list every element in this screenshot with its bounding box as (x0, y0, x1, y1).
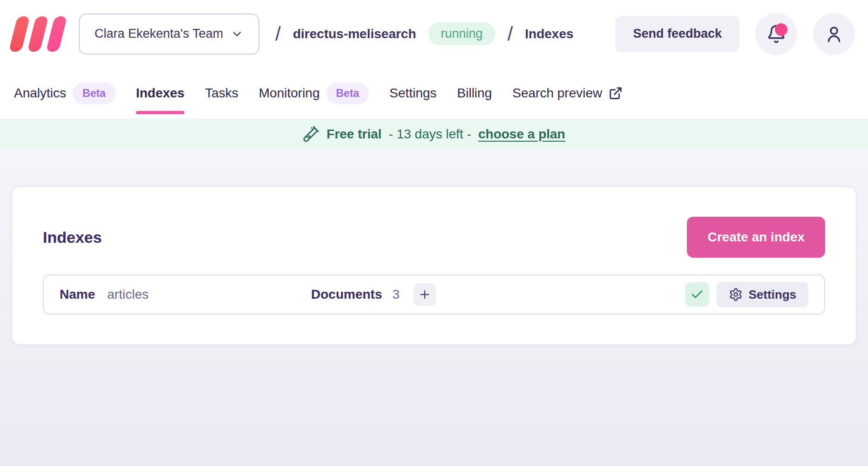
team-selector-dropdown[interactable]: Clara Ekekenta's Team (79, 14, 259, 55)
index-name-value: articles (107, 287, 149, 302)
breadcrumb-separator: / (275, 24, 281, 44)
index-status-badge (685, 282, 709, 307)
breadcrumb-current-page: Indexes (525, 27, 573, 41)
account-button[interactable] (813, 13, 855, 55)
tab-label: Analytics (14, 86, 66, 101)
tab-label: Tasks (205, 86, 238, 101)
user-icon (824, 24, 844, 44)
meilisearch-logo-icon (13, 16, 63, 52)
tab-search-preview[interactable]: Search preview (512, 68, 623, 119)
create-index-button[interactable]: Create an index (687, 217, 825, 258)
external-link-icon (609, 86, 623, 100)
project-nav-tabs: Analytics Beta Indexes Tasks Monitoring … (0, 68, 868, 119)
tab-indexes[interactable]: Indexes (136, 68, 184, 119)
breadcrumb: / directus-melisearch running / Indexes (275, 22, 573, 45)
top-header: Clara Ekekenta's Team / directus-melisea… (0, 0, 868, 68)
send-feedback-button[interactable]: Send feedback (615, 16, 739, 52)
beta-badge: Beta (73, 82, 115, 104)
index-documents-cell: Documents 3 (311, 283, 436, 306)
logo-stripe (46, 16, 68, 52)
gear-icon (729, 288, 743, 302)
tab-settings[interactable]: Settings (389, 68, 436, 119)
tab-tasks[interactable]: Tasks (205, 68, 238, 119)
tab-label: Billing (457, 86, 492, 101)
logo-stripe (9, 16, 30, 52)
notification-dot (775, 23, 787, 36)
chevron-down-icon (231, 27, 244, 41)
indexes-card: Indexes Create an index Name articles Do… (12, 186, 856, 345)
free-trial-banner: Free trial - 13 days left - choose a pla… (0, 119, 868, 149)
settings-button-label: Settings (748, 288, 796, 302)
breadcrumb-separator: / (508, 24, 513, 44)
choose-plan-link[interactable]: choose a plan (478, 127, 565, 142)
breadcrumb-project[interactable]: directus-melisearch (293, 27, 416, 41)
index-row: Name articles Documents 3 (43, 274, 825, 315)
documents-count: 3 (392, 287, 400, 302)
tab-analytics[interactable]: Analytics Beta (14, 68, 115, 119)
indexes-card-header: Indexes Create an index (43, 187, 825, 258)
tab-label: Indexes (136, 86, 184, 101)
tab-billing[interactable]: Billing (457, 68, 492, 119)
page-title: Indexes (43, 228, 102, 247)
index-name-cell: Name articles (60, 287, 311, 302)
plus-icon (418, 288, 431, 301)
beta-badge: Beta (326, 82, 369, 104)
project-status-badge: running (428, 22, 495, 45)
trial-title: Free trial (326, 127, 381, 142)
main-content: Indexes Create an index Name articles Do… (0, 149, 868, 466)
team-selector-label: Clara Ekekenta's Team (95, 27, 223, 41)
trial-days-left: - 13 days left - (389, 127, 471, 142)
check-icon (690, 288, 704, 302)
documents-label: Documents (311, 287, 382, 302)
tab-label: Settings (389, 86, 436, 101)
tab-label: Search preview (512, 86, 602, 101)
tab-monitoring[interactable]: Monitoring Beta (259, 68, 369, 119)
notifications-button[interactable] (755, 13, 797, 55)
index-settings-button[interactable]: Settings (717, 282, 808, 307)
logo-stripe (27, 16, 49, 52)
tab-label: Monitoring (259, 86, 320, 101)
test-tube-icon (303, 126, 319, 143)
index-row-actions: Settings (685, 282, 808, 307)
add-documents-button[interactable] (414, 283, 436, 306)
name-label: Name (60, 287, 95, 302)
